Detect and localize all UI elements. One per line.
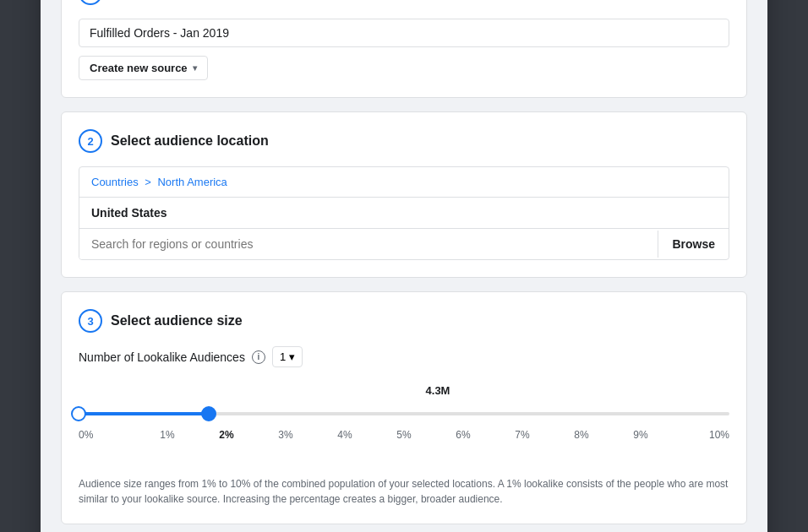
tick-1: 1% [138, 429, 197, 441]
tick-4: 4% [315, 429, 374, 441]
slider-thumb-right[interactable] [201, 406, 216, 421]
tick-6: 6% [434, 429, 493, 441]
dropdown-arrow-icon: ▾ [193, 63, 197, 73]
source-input[interactable] [79, 19, 729, 47]
slider-fill [79, 412, 209, 415]
section-3-body: Number of Lookalike Audiences i 1 ▾ 4.3M [79, 346, 729, 507]
section-1-header: 1 Select your lookalike source i ❮ Show [79, 0, 729, 5]
num-audiences-select[interactable]: 1 ▾ [272, 346, 303, 367]
slider-description: Audience size ranges from 1% to 10% of t… [79, 476, 729, 507]
tick-7: 7% [493, 429, 552, 441]
section-1: 1 Select your lookalike source i ❮ Show … [61, 0, 747, 98]
step-3-circle: 3 [79, 309, 102, 333]
location-box: Countries > North America United States … [79, 166, 729, 260]
slider-value-label: 4.3M [146, 384, 729, 397]
slider-container: 4.3M 0% 1% 2% 3% 4% 5% [79, 384, 729, 466]
section-3-header: 3 Select audience size [79, 309, 729, 333]
create-source-button[interactable]: Create new source ▾ [79, 56, 208, 80]
section-2: 2 Select audience location Countries > N… [61, 111, 747, 278]
section-2-title-group: 2 Select audience location [79, 129, 269, 153]
modal-body: 1 Select your lookalike source i ❮ Show … [41, 0, 767, 532]
step-2-circle: 2 [79, 129, 102, 153]
slider-thumb-left[interactable] [71, 406, 86, 421]
section-2-body: Countries > North America United States … [79, 166, 729, 260]
tick-2: 2% [197, 429, 256, 441]
section-1-title-group: 1 Select your lookalike source i [79, 0, 315, 5]
slider-track [79, 412, 729, 415]
location-search-row: Browse [79, 229, 729, 259]
browse-button[interactable]: Browse [658, 231, 729, 258]
location-search-input[interactable] [79, 229, 658, 259]
info-icon-step3[interactable]: i [252, 350, 265, 364]
num-audiences-dropdown-icon: ▾ [289, 350, 295, 363]
tick-9: 9% [611, 429, 670, 441]
location-breadcrumb: Countries > North America [79, 167, 729, 198]
selected-country: United States [79, 198, 729, 229]
breadcrumb-separator: > [145, 176, 151, 188]
tick-0: 0% [79, 429, 138, 441]
section-1-body: Create new source ▾ [79, 19, 729, 80]
section-3-title: Select audience size [111, 313, 243, 328]
tick-3: 3% [256, 429, 315, 441]
section-3: 3 Select audience size Number of Lookali… [61, 291, 747, 524]
section-1-title: Select your lookalike source [111, 0, 293, 1]
breadcrumb-countries[interactable]: Countries [91, 176, 139, 188]
section-2-title: Select audience location [111, 133, 269, 149]
tick-5: 5% [374, 429, 434, 441]
section-3-title-group: 3 Select audience size [79, 309, 243, 333]
tick-8: 8% [552, 429, 611, 441]
breadcrumb-region[interactable]: North America [157, 176, 227, 188]
section-2-header: 2 Select audience location [79, 129, 729, 153]
tick-10: 10% [670, 429, 729, 441]
step-1-circle: 1 [79, 0, 102, 5]
create-source-label: Create new source [90, 62, 188, 74]
slider-track-wrapper [79, 405, 729, 422]
slider-ticks: 0% 1% 2% 3% 4% 5% 6% 7% 8% 9% 10% [79, 429, 729, 441]
num-audiences-label: Number of Lookalike Audiences [79, 350, 245, 364]
num-audiences-value: 1 [280, 350, 286, 363]
num-audiences-row: Number of Lookalike Audiences i 1 ▾ [79, 346, 729, 367]
modal-container: Create a Lookalike Audience × 1 Select y… [41, 0, 767, 532]
